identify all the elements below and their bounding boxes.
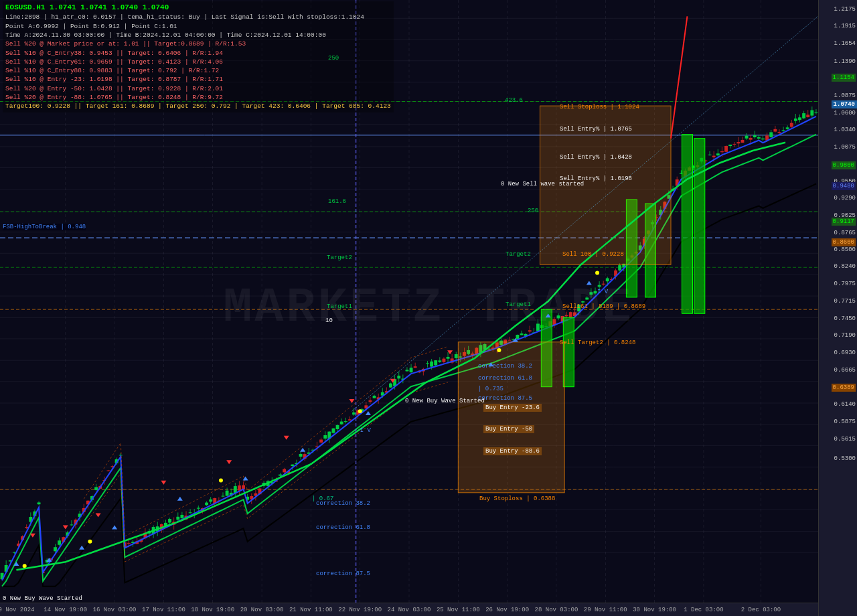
chart-container: EOSUSD.H1 1.0741 1.0741 1.0740 1.0740 Li… bbox=[0, 0, 857, 616]
chart-canvas bbox=[0, 0, 857, 616]
